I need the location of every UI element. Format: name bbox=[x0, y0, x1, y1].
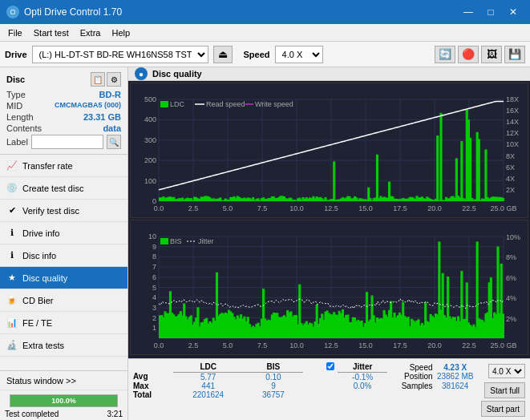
quality-icon: ● bbox=[135, 67, 148, 80]
stats-row-max: Max 441 9 0.0% Samples 381624 bbox=[133, 382, 478, 390]
title-bar-controls: — □ ✕ bbox=[458, 4, 524, 20]
drive-icon-btn-2[interactable]: 🔴 bbox=[458, 46, 479, 63]
nav-item-create-test-disc[interactable]: 💿 Create test disc bbox=[0, 177, 127, 200]
disc-mid-label: MID bbox=[6, 101, 22, 111]
speed-label: Speed bbox=[244, 50, 270, 59]
disc-mid-row: MID CMCMAGBA5 (000) bbox=[6, 101, 121, 111]
chart2-canvas bbox=[131, 220, 528, 353]
stats-row-total-ldc: 2201624 bbox=[173, 390, 243, 399]
disc-icon-btn-2[interactable]: ⚙ bbox=[107, 72, 121, 87]
disc-contents-label: Contents bbox=[6, 123, 42, 133]
title-bar: O Opti Drive Control 1.70 — □ ✕ bbox=[0, 0, 530, 24]
stats-samples-label: Samples bbox=[387, 382, 432, 390]
disc-length-row: Length 23.31 GB bbox=[6, 112, 121, 122]
nav-item-drive-info[interactable]: ℹ Drive info bbox=[0, 222, 127, 244]
nav-item-label-fe-te: FE / TE bbox=[22, 318, 52, 328]
nav-item-label-verify-test-disc: Verify test disc bbox=[22, 206, 79, 216]
menu-file[interactable]: File bbox=[3, 26, 27, 39]
stats-row-avg-label: Avg bbox=[133, 372, 173, 382]
progress-bar-container: 100.0% bbox=[10, 394, 118, 407]
drive-icon-btn-3[interactable]: 🖼 bbox=[481, 46, 502, 63]
nav-item-label-create-test-disc: Create test disc bbox=[22, 184, 83, 193]
disc-label-input[interactable] bbox=[31, 135, 103, 149]
nav-item-cd-bier[interactable]: 🍺 CD Bier bbox=[0, 289, 127, 312]
disc-length-label: Length bbox=[6, 112, 34, 122]
stats-header-ldc: LDC bbox=[173, 362, 243, 372]
stats-row-avg-jitter: -0.1% bbox=[338, 372, 387, 382]
main-layout: Disc 📋 ⚙ Type BD-R MID CMCMAGBA5 (000) L… bbox=[0, 67, 530, 420]
status-section: Status window >> 100.0% Test completed 3… bbox=[0, 370, 127, 420]
close-button[interactable]: ✕ bbox=[503, 4, 524, 20]
jitter-checkbox-cell bbox=[323, 362, 337, 372]
stats-row-avg-bis: 0.10 bbox=[243, 372, 303, 382]
speed-select[interactable]: 4.0 X 2.0 X 6.0 X 8.0 X bbox=[275, 46, 323, 63]
menu-extra[interactable]: Extra bbox=[75, 26, 106, 39]
stats-bar: LDC BIS Jitter Speed 4.23 X Avg 5.77 bbox=[128, 358, 530, 420]
drive-icon-btn-4[interactable]: 💾 bbox=[504, 46, 525, 63]
stats-speed-value: 4.23 X bbox=[433, 362, 478, 372]
stats-row-max-ldc: 441 bbox=[173, 382, 243, 390]
disc-mid-value: CMCMAGBA5 (000) bbox=[55, 101, 121, 111]
stats-speed-label: Speed bbox=[387, 362, 432, 372]
app-title: Opti Drive Control 1.70 bbox=[24, 6, 122, 18]
nav-section: 📈 Transfer rate 💿 Create test disc ✔ Ver… bbox=[0, 155, 127, 370]
nav-item-disc-quality[interactable]: ★ Disc quality bbox=[0, 267, 127, 289]
stats-row-avg: Avg 5.77 0.10 -0.1% Position 23862 MB bbox=[133, 372, 478, 382]
stats-header-jitter: Jitter bbox=[338, 362, 387, 372]
app-icon: O bbox=[6, 6, 19, 18]
disc-section-label: Disc bbox=[6, 75, 25, 84]
drive-icon-btn-1[interactable]: 🔄 bbox=[435, 46, 455, 63]
status-window-label: Status window >> bbox=[6, 376, 76, 386]
quality-header: ● Disc quality bbox=[128, 67, 530, 81]
drive-bar: Drive (L:) HL-DT-ST BD-RE WH16NS58 TST4 … bbox=[0, 42, 530, 67]
charts-area bbox=[128, 81, 530, 358]
title-bar-left: O Opti Drive Control 1.70 bbox=[6, 6, 122, 18]
nav-item-fe-te[interactable]: 📊 FE / TE bbox=[0, 312, 127, 334]
status-window-btn[interactable]: Status window >> bbox=[0, 371, 127, 390]
progress-bar-fill: 100.0% bbox=[10, 395, 117, 406]
drive-info-icon: ℹ bbox=[6, 228, 18, 239]
verify-test-disc-icon: ✔ bbox=[6, 205, 18, 216]
fe-te-icon: 📊 bbox=[6, 317, 18, 329]
nav-item-extra-tests[interactable]: 🔬 Extra tests bbox=[0, 334, 127, 357]
stats-row-total: Total 2201624 36757 bbox=[133, 390, 478, 399]
start-part-button[interactable]: Start part bbox=[481, 401, 525, 417]
speed-select-stats[interactable]: 4.0 X 2.0 X bbox=[488, 364, 525, 378]
nav-item-label-drive-info: Drive info bbox=[22, 228, 59, 238]
content-area: ● Disc quality LDC bbox=[128, 67, 530, 420]
jitter-checkbox[interactable] bbox=[326, 362, 334, 370]
disc-panel: Disc 📋 ⚙ Type BD-R MID CMCMAGBA5 (000) L… bbox=[0, 67, 127, 155]
disc-info-icon: ℹ bbox=[6, 250, 18, 261]
stats-position-label: Position bbox=[387, 372, 432, 382]
drive-select[interactable]: (L:) HL-DT-ST BD-RE WH16NS58 TST4 bbox=[32, 46, 208, 63]
nav-item-label-disc-quality: Disc quality bbox=[22, 273, 67, 283]
nav-item-disc-info[interactable]: ℹ Disc info bbox=[0, 244, 127, 267]
eject-button[interactable]: ⏏ bbox=[213, 46, 233, 63]
menu-start-test[interactable]: Start test bbox=[29, 26, 74, 39]
disc-type-value: BD-R bbox=[99, 90, 122, 99]
minimize-button[interactable]: — bbox=[458, 4, 479, 20]
nav-item-verify-test-disc[interactable]: ✔ Verify test disc bbox=[0, 200, 127, 222]
transfer-rate-icon: 📈 bbox=[6, 160, 18, 172]
stats-position-value: 23862 MB bbox=[433, 372, 478, 382]
start-full-button[interactable]: Start full bbox=[484, 382, 525, 398]
nav-item-transfer-rate[interactable]: 📈 Transfer rate bbox=[0, 155, 127, 177]
drive-icons: 🔄 🔴 🖼 💾 bbox=[435, 46, 525, 63]
extra-tests-icon: 🔬 bbox=[6, 340, 18, 351]
stats-row-total-bis: 36757 bbox=[243, 390, 303, 399]
disc-type-row: Type BD-R bbox=[6, 90, 121, 99]
progress-label: 100.0% bbox=[51, 397, 76, 405]
nav-item-label-disc-info: Disc info bbox=[22, 251, 56, 260]
disc-label-icon-btn[interactable]: 🔍 bbox=[107, 135, 121, 149]
disc-label-row: Label 🔍 bbox=[6, 135, 121, 149]
maximize-button[interactable]: □ bbox=[480, 4, 501, 20]
disc-icon-btn-1[interactable]: 📋 bbox=[91, 72, 105, 87]
cd-bier-icon: 🍺 bbox=[6, 295, 18, 306]
stats-row-max-jitter: 0.0% bbox=[338, 382, 387, 390]
disc-panel-header: Disc 📋 ⚙ bbox=[6, 72, 121, 87]
action-buttons: 4.0 X 2.0 X Start full Start part bbox=[481, 362, 525, 417]
disc-label-field-label: Label bbox=[6, 137, 28, 147]
menu-bar: File Start test Extra Help bbox=[0, 24, 530, 42]
menu-help[interactable]: Help bbox=[107, 26, 135, 39]
disc-type-label: Type bbox=[6, 90, 26, 99]
